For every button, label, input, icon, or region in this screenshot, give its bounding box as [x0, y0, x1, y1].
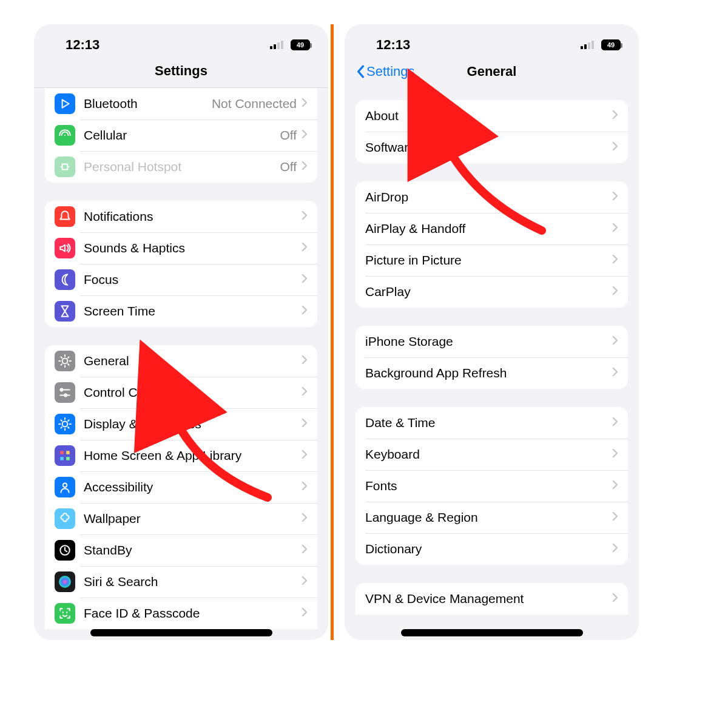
row-label: Focus [84, 272, 302, 287]
hourglass-icon [55, 301, 75, 322]
row-label: Keyboard [365, 447, 612, 462]
settings-group-notifications: NotificationsSounds & HapticsFocusScreen… [45, 201, 317, 327]
chevron-right-icon [302, 161, 308, 173]
settings-row-language-region[interactable]: Language & Region [356, 502, 628, 533]
hotspot-icon [55, 157, 75, 177]
settings-row-background-app-refresh[interactable]: Background App Refresh [356, 357, 628, 389]
settings-row-about[interactable]: About [356, 100, 628, 132]
chevron-right-icon [612, 110, 618, 122]
chevron-right-icon [612, 593, 618, 605]
settings-row-airplay-handoff[interactable]: AirPlay & Handoff [356, 213, 628, 244]
row-label: General [84, 354, 302, 368]
battery-icon: 49 [291, 39, 310, 50]
settings-row-home-screen-app-library[interactable]: Home Screen & App Library [45, 440, 317, 471]
settings-row-vpn-device-management[interactable]: VPN & Device Management [356, 583, 628, 615]
settings-row-screen-time[interactable]: Screen Time [45, 295, 317, 327]
svg-point-4 [59, 576, 71, 588]
settings-row-airdrop[interactable]: AirDrop [356, 181, 628, 213]
status-bar: 12:13 49 [34, 24, 328, 55]
chevron-right-icon [612, 335, 618, 348]
row-label: About [365, 109, 612, 123]
settings-row-picture-in-picture[interactable]: Picture in Picture [356, 244, 628, 276]
back-button[interactable]: Settings [356, 64, 415, 79]
settings-row-personal-hotspot[interactable]: Personal HotspotOff [45, 151, 317, 183]
settings-row-bluetooth[interactable]: BluetoothNot Connected [45, 88, 317, 120]
cellular-signal-icon [270, 41, 283, 49]
page-title: Settings [155, 63, 207, 79]
row-label: Face ID & Passcode [84, 606, 302, 621]
settings-row-cellular[interactable]: CellularOff [45, 120, 317, 151]
settings-row-accessibility[interactable]: Accessibility [45, 471, 317, 503]
row-label: Display & Brightness [84, 417, 302, 431]
general-group-storage: iPhone StorageBackground App Refresh [356, 326, 628, 389]
chevron-right-icon [302, 98, 308, 110]
status-time: 12:13 [66, 37, 99, 53]
navbar: Settings [34, 55, 328, 88]
row-label: Siri & Search [84, 575, 302, 589]
row-value: Off [280, 160, 297, 174]
settings-row-face-id-passcode[interactable]: Face ID & Passcode [45, 598, 317, 629]
row-label: Control Center [84, 385, 302, 400]
row-label: Fonts [365, 479, 612, 493]
faceid-icon [55, 603, 75, 624]
settings-row-date-time[interactable]: Date & Time [356, 407, 628, 439]
chevron-right-icon [302, 386, 308, 399]
svg-rect-1 [66, 451, 70, 454]
battery-icon: 49 [601, 39, 621, 50]
chevron-right-icon [612, 448, 618, 460]
page-title: General [467, 64, 517, 79]
cellular-icon [55, 125, 75, 146]
chevron-right-icon [612, 191, 618, 203]
status-bar: 12:13 49 [345, 24, 639, 55]
settings-row-siri-search[interactable]: Siri & Search [45, 566, 317, 598]
person-icon [55, 477, 75, 497]
settings-row-focus[interactable]: Focus [45, 264, 317, 295]
settings-row-dictionary[interactable]: Dictionary [356, 533, 628, 565]
flower-icon [55, 508, 75, 529]
chevron-right-icon [612, 254, 618, 266]
row-label: Personal Hotspot [84, 160, 280, 174]
general-group-datetime: Date & TimeKeyboardFontsLanguage & Regio… [356, 407, 628, 565]
row-label: Language & Region [365, 510, 612, 525]
back-label: Settings [366, 64, 415, 79]
settings-row-standby[interactable]: StandBy [45, 534, 317, 566]
settings-row-display-brightness[interactable]: Display & Brightness [45, 408, 317, 440]
settings-row-notifications[interactable]: Notifications [45, 201, 317, 232]
home-indicator[interactable] [401, 629, 583, 636]
moon-icon [55, 269, 75, 290]
chevron-right-icon [612, 480, 618, 492]
svg-rect-0 [60, 451, 64, 454]
row-label: Picture in Picture [365, 253, 612, 268]
svg-rect-3 [66, 457, 70, 460]
settings-group-connectivity: BluetoothNot ConnectedCellularOffPersona… [45, 88, 317, 183]
home-indicator[interactable] [90, 629, 272, 636]
row-label: Bluetooth [84, 96, 212, 111]
general-group-airplay: AirDropAirPlay & HandoffPicture in Pictu… [356, 181, 628, 308]
svg-rect-2 [60, 457, 64, 460]
siri-icon [55, 571, 75, 592]
settings-row-control-center[interactable]: Control Center [45, 377, 317, 408]
clock-icon [55, 540, 75, 561]
chevron-right-icon [302, 305, 308, 317]
cellular-signal-icon [581, 41, 594, 49]
settings-row-fonts[interactable]: Fonts [356, 470, 628, 502]
general-group-vpn: VPN & Device Management [356, 583, 628, 615]
settings-row-keyboard[interactable]: Keyboard [356, 439, 628, 470]
sun-icon [55, 414, 75, 434]
row-label: AirDrop [365, 190, 612, 204]
status-time: 12:13 [376, 37, 410, 53]
settings-row-wallpaper[interactable]: Wallpaper [45, 503, 317, 534]
settings-row-general[interactable]: General [45, 345, 317, 377]
settings-row-carplay[interactable]: CarPlay [356, 276, 628, 308]
chevron-right-icon [302, 211, 308, 223]
sound-icon [55, 238, 75, 258]
row-label: Accessibility [84, 480, 302, 494]
settings-row-sounds-haptics[interactable]: Sounds & Haptics [45, 232, 317, 264]
chevron-right-icon [302, 576, 308, 588]
chevron-right-icon [302, 450, 308, 462]
chevron-right-icon [302, 242, 308, 254]
settings-row-iphone-storage[interactable]: iPhone Storage [356, 326, 628, 357]
row-label: Home Screen & App Library [84, 448, 302, 463]
settings-row-software-update[interactable]: Software Update [356, 132, 628, 163]
row-label: Cellular [84, 128, 280, 143]
